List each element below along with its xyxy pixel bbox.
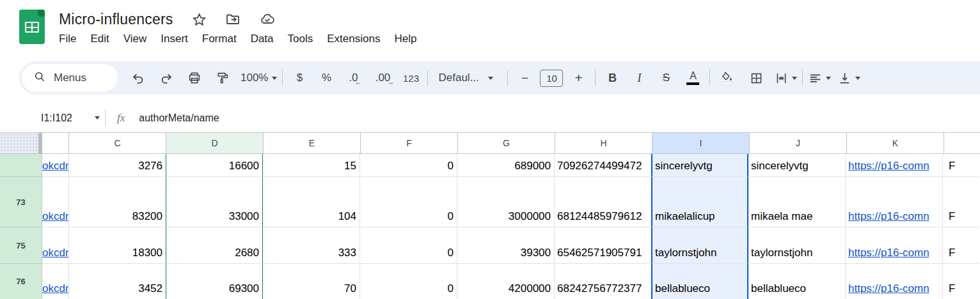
cell-l72[interactable]: F	[943, 154, 979, 177]
formula-input[interactable]: authorMeta/name	[139, 112, 219, 124]
print-button[interactable]	[183, 66, 206, 89]
column-header-l-partial[interactable]	[944, 133, 980, 153]
name-box[interactable]: I1:I102	[41, 112, 100, 124]
cell-h73[interactable]: 68124485979612	[555, 177, 652, 227]
cell-e73[interactable]: 104	[263, 177, 360, 227]
decrease-font-size-button[interactable]: −	[513, 66, 536, 89]
column-header-j[interactable]: J	[750, 133, 847, 153]
column-header-h[interactable]: H	[555, 133, 652, 153]
cell-e72[interactable]: 15	[263, 154, 360, 177]
cell-i72[interactable]: sincerelyvtg	[651, 154, 748, 177]
format-currency-button[interactable]: $	[288, 66, 311, 89]
cell-i76[interactable]: bellablueco	[651, 264, 748, 299]
column-header-g[interactable]: G	[458, 133, 555, 153]
zoom-dropdown[interactable]: 100%	[241, 66, 277, 89]
menu-help[interactable]: Help	[387, 31, 423, 47]
column-header-c[interactable]: C	[69, 133, 166, 153]
column-header-d[interactable]: D	[166, 133, 264, 153]
cell-h72[interactable]: 70926274499472	[555, 154, 652, 177]
menu-format[interactable]: Format	[195, 31, 244, 47]
cell-l73[interactable]: F	[943, 177, 979, 227]
cell-l76[interactable]: F	[943, 264, 979, 299]
cell-k72[interactable]: https://p16-comn	[846, 154, 943, 177]
cell-f75[interactable]: 0	[360, 227, 457, 264]
cell-b73[interactable]: okcdn	[42, 177, 69, 227]
row-header-76[interactable]: 76	[0, 264, 42, 299]
fill-color-button[interactable]	[715, 66, 738, 89]
column-header-b-partial[interactable]	[42, 133, 69, 153]
cell-k76[interactable]: https://p16-comn	[846, 264, 943, 299]
vertical-align-button[interactable]	[837, 66, 860, 89]
cell-g75[interactable]: 39300	[457, 227, 555, 264]
bold-button[interactable]: B	[601, 66, 624, 89]
column-header-f[interactable]: F	[361, 133, 458, 153]
column-header-i[interactable]: I	[652, 133, 750, 153]
cell-d73[interactable]: 33000	[166, 177, 263, 227]
cell-f73[interactable]: 0	[360, 177, 457, 227]
star-icon[interactable]	[192, 12, 207, 27]
cell-b72[interactable]: okcdn	[42, 154, 69, 177]
borders-button[interactable]	[745, 66, 768, 89]
cell-j72[interactable]: sincerelyvtg	[748, 154, 846, 177]
cell-c73[interactable]: 83200	[69, 177, 166, 227]
cell-j73[interactable]: mikaela mae	[748, 177, 846, 227]
horizontal-align-button[interactable]	[808, 66, 831, 89]
cloud-saved-icon[interactable]	[259, 12, 276, 27]
cell-b76[interactable]: okcdn	[42, 264, 69, 299]
cell-e75[interactable]: 333	[263, 227, 360, 264]
text-color-button[interactable]: A	[681, 66, 704, 89]
select-all-corner[interactable]	[0, 133, 38, 153]
cell-i73[interactable]: mikaelalicup	[651, 177, 748, 227]
cell-i75[interactable]: taylornstjohn	[651, 227, 748, 264]
menu-insert[interactable]: Insert	[154, 31, 195, 47]
cell-b75[interactable]: okcdn	[42, 227, 69, 264]
cell-c72[interactable]: 3276	[69, 154, 166, 177]
cell-j76[interactable]: bellablueco	[748, 264, 846, 299]
row-header-72[interactable]: 72	[0, 154, 42, 177]
cell-f76[interactable]: 0	[360, 264, 457, 299]
cell-g72[interactable]: 689000	[457, 154, 555, 177]
italic-button[interactable]: I	[628, 66, 651, 89]
format-percent-button[interactable]: %	[315, 66, 338, 89]
cell-c75[interactable]: 18300	[69, 227, 166, 264]
font-family-dropdown[interactable]: Defaul...	[433, 66, 502, 89]
column-header-k[interactable]: K	[847, 133, 944, 153]
cell-k75[interactable]: https://p16-comn	[846, 227, 943, 264]
redo-button[interactable]	[155, 66, 178, 89]
menu-extensions[interactable]: Extensions	[320, 31, 387, 47]
document-title[interactable]: Micro-influencers	[59, 11, 173, 28]
cell-j75[interactable]: taylornstjohn	[748, 227, 846, 264]
cell-g76[interactable]: 4200000	[457, 264, 555, 299]
more-formats-button[interactable]: 123	[399, 66, 422, 89]
cell-f72[interactable]: 0	[360, 154, 457, 177]
cell-h75[interactable]: 65462571905791	[555, 227, 652, 264]
menu-edit[interactable]: Edit	[83, 31, 116, 47]
cell-d75[interactable]: 2680	[166, 227, 263, 264]
menu-view[interactable]: View	[116, 31, 154, 47]
menus-search-button[interactable]: Menus	[22, 64, 118, 92]
cell-c76[interactable]: 3452	[69, 264, 166, 299]
strikethrough-button[interactable]: S	[654, 66, 677, 89]
menu-file[interactable]: File	[52, 31, 83, 47]
cell-g73[interactable]: 3000000	[457, 177, 555, 227]
sheets-logo-icon[interactable]	[19, 10, 45, 44]
row-header-73[interactable]: 73	[0, 177, 42, 227]
menu-tools[interactable]: Tools	[281, 31, 320, 47]
menu-data[interactable]: Data	[244, 31, 281, 47]
font-size-input[interactable]: 10	[540, 70, 563, 87]
cell-e76[interactable]: 70	[263, 264, 360, 299]
cell-h76[interactable]: 68242756772377	[555, 264, 652, 299]
move-folder-icon[interactable]	[225, 12, 241, 27]
column-header-e[interactable]: E	[264, 133, 361, 153]
cell-d76[interactable]: 69300	[166, 264, 263, 299]
increase-decimal-button[interactable]: .00→	[371, 66, 394, 89]
cell-k73[interactable]: https://p16-comn	[846, 177, 943, 227]
merge-cells-button[interactable]	[774, 66, 797, 89]
row-header-75[interactable]: 75	[0, 227, 42, 264]
cell-d72[interactable]: 16600	[166, 154, 263, 177]
increase-font-size-button[interactable]: +	[567, 66, 590, 89]
decrease-decimal-button[interactable]: .0←	[342, 66, 365, 89]
undo-button[interactable]	[127, 66, 150, 89]
paint-format-button[interactable]	[211, 66, 234, 89]
cell-l75[interactable]: F	[943, 227, 979, 264]
